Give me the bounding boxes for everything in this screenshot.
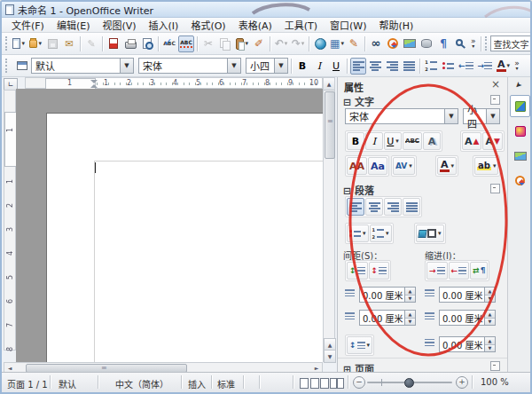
export-pdf-button[interactable] xyxy=(106,35,121,52)
page-preview-button[interactable] xyxy=(139,35,155,52)
highlight-color-button[interactable]: ab▾ xyxy=(474,157,498,175)
spinner-buttons[interactable]: ▲▼ xyxy=(484,311,495,325)
align-center-button[interactable] xyxy=(365,198,383,216)
find-text-input[interactable] xyxy=(490,35,532,51)
tab-properties[interactable] xyxy=(510,95,530,117)
font-name-combo[interactable]: 宋体▼ xyxy=(138,58,241,74)
horizontal-ruler[interactable]: 1 1 2 3 4 5 6 7 8 9 10 xyxy=(25,77,323,89)
font-color-caret-icon[interactable]: ▾ xyxy=(507,63,511,69)
sidebar-menu-icon[interactable]: ➤ xyxy=(513,80,524,91)
scroll-up-button[interactable]: ▲ xyxy=(324,78,334,91)
character-spacing-caret-icon[interactable]: ▾ xyxy=(409,163,412,169)
decrease-indent-button[interactable]: ← xyxy=(449,262,470,280)
text-section-header[interactable]: ⊟ 文字 xyxy=(343,94,374,108)
sidebar-font-name-combo[interactable]: 宋体▼ xyxy=(345,108,458,124)
open-dropdown-caret-icon[interactable]: ▾ xyxy=(38,41,42,47)
bullet-list-button[interactable] xyxy=(440,58,456,75)
scroll-left-button[interactable]: ◄ xyxy=(4,364,15,371)
combo-dropdown-icon[interactable]: ▼ xyxy=(227,59,240,73)
tab-gallery[interactable] xyxy=(510,145,530,167)
data-sources-button[interactable] xyxy=(419,35,434,52)
email-button[interactable]: ✉ xyxy=(61,35,77,52)
vertical-scrollbar[interactable]: ▲ ▲ ▼ xyxy=(323,77,335,362)
line-spacing-button[interactable]: ↕▾ xyxy=(347,336,372,354)
new-dropdown-caret-icon[interactable]: ▾ xyxy=(21,41,25,47)
spinner-buttons[interactable]: ▲▼ xyxy=(404,311,415,325)
vertical-ruler[interactable]: 1 1 2 3 4 5 6 7 8 xyxy=(4,90,16,351)
copy-button[interactable] xyxy=(217,35,233,52)
sidebar-close-button[interactable]: × xyxy=(491,78,500,91)
bullet-caret-icon[interactable]: ▾ xyxy=(363,231,366,237)
paste-dropdown-caret-icon[interactable]: ▾ xyxy=(245,41,248,47)
tab-navigator[interactable] xyxy=(510,169,530,192)
increase-spacing-button[interactable]: ↕ xyxy=(347,262,368,280)
indent-marker-icon[interactable] xyxy=(90,80,98,88)
italic-button[interactable]: I xyxy=(311,58,327,75)
styles-window-button[interactable] xyxy=(14,58,30,75)
paragraph-section-options-button[interactable] xyxy=(490,184,500,193)
font-color-button[interactable]: A▾ xyxy=(495,58,512,75)
menu-tools[interactable]: 工具(T) xyxy=(278,17,324,33)
menu-format[interactable]: 格式(O) xyxy=(184,17,231,33)
print-button[interactable] xyxy=(122,35,138,52)
document-page[interactable] xyxy=(46,113,323,362)
spinner-buttons[interactable]: ▲▼ xyxy=(404,288,415,302)
menu-table[interactable]: 表格(A) xyxy=(232,17,278,33)
shadow-button[interactable]: A xyxy=(423,132,441,150)
zoom-slider-thumb[interactable] xyxy=(404,378,414,388)
find-replace-button[interactable]: ∞ xyxy=(368,35,384,52)
lowercase-button[interactable]: Aa xyxy=(368,157,387,175)
view-multiple-pages-button[interactable] xyxy=(310,378,329,390)
align-center-button[interactable] xyxy=(367,58,383,75)
hyperlink-button[interactable] xyxy=(312,35,328,52)
find-toolbar-grip[interactable] xyxy=(485,36,487,51)
menu-insert[interactable]: 插入(I) xyxy=(143,17,185,33)
page-section-options-button[interactable] xyxy=(490,361,500,371)
uppercase-button[interactable]: AA xyxy=(347,157,367,175)
italic-button[interactable]: I xyxy=(365,132,383,150)
navigator-button[interactable] xyxy=(385,35,401,52)
align-left-button[interactable] xyxy=(347,198,364,216)
numbered-caret-icon[interactable]: ▾ xyxy=(386,231,389,237)
highlight-caret-icon[interactable]: ▾ xyxy=(493,163,497,169)
insert-table-button[interactable]: ▦▾ xyxy=(329,35,345,52)
character-spacing-button[interactable]: AV▾ xyxy=(393,157,415,175)
bold-button[interactable]: B xyxy=(294,58,310,75)
menu-edit[interactable]: 编辑(E) xyxy=(51,17,97,33)
combo-dropdown-icon[interactable]: ▼ xyxy=(274,59,287,73)
font-size-combo[interactable]: 小四▼ xyxy=(246,58,288,74)
below-paragraph-spacing-field[interactable]: 0.00 厘米▲▼ xyxy=(359,310,416,326)
redo-button[interactable]: ↷▾ xyxy=(290,35,306,52)
view-book-mode-button[interactable] xyxy=(330,378,344,390)
align-justify-button[interactable] xyxy=(401,58,417,75)
toolbar-overflow-button[interactable]: »▾ xyxy=(469,38,478,49)
font-color-button[interactable]: A▾ xyxy=(437,157,457,175)
status-insert-mode[interactable]: 插入 xyxy=(188,377,206,390)
above-paragraph-spacing-field[interactable]: 0.00 厘米▲▼ xyxy=(359,287,416,303)
before-text-indent-field[interactable]: 0.00 厘米▲▼ xyxy=(439,287,496,303)
decrease-indent-button[interactable]: ← xyxy=(457,58,475,75)
formatting-marks-button[interactable]: ¶ xyxy=(435,35,451,52)
font-color-caret-icon[interactable]: ▾ xyxy=(451,163,455,169)
status-page-style[interactable]: 默认 xyxy=(59,377,76,390)
scroll-right-button[interactable]: ► xyxy=(311,364,322,371)
tab-styles[interactable] xyxy=(510,120,530,142)
increase-indent-button[interactable]: → xyxy=(476,58,495,75)
cut-button[interactable]: ✂ xyxy=(200,35,216,52)
sidebar-font-size-combo[interactable]: 小四▼ xyxy=(463,108,500,124)
field-value[interactable]: 0.00 厘米 xyxy=(442,288,482,302)
line-spacing-caret-icon[interactable]: ▾ xyxy=(367,343,371,349)
spinner-buttons[interactable]: ▲▼ xyxy=(484,337,495,351)
status-page[interactable]: 页面 1 / 1 xyxy=(7,377,48,390)
zoom-button[interactable] xyxy=(452,35,468,52)
field-value[interactable]: 0.00 厘米 xyxy=(363,311,403,325)
table-dropdown-caret-icon[interactable]: ▾ xyxy=(340,41,344,47)
view-single-page-button[interactable] xyxy=(300,378,309,390)
shrink-font-button[interactable]: A▼ xyxy=(482,132,502,150)
save-button[interactable] xyxy=(44,35,60,52)
spinner-buttons[interactable]: ▲▼ xyxy=(484,288,495,302)
formatting-overflow-button[interactable]: »▾ xyxy=(512,60,521,71)
menu-view[interactable]: 视图(V) xyxy=(96,17,142,33)
open-button[interactable]: ▾ xyxy=(27,35,43,52)
edit-file-button[interactable]: ✎ xyxy=(83,35,99,52)
